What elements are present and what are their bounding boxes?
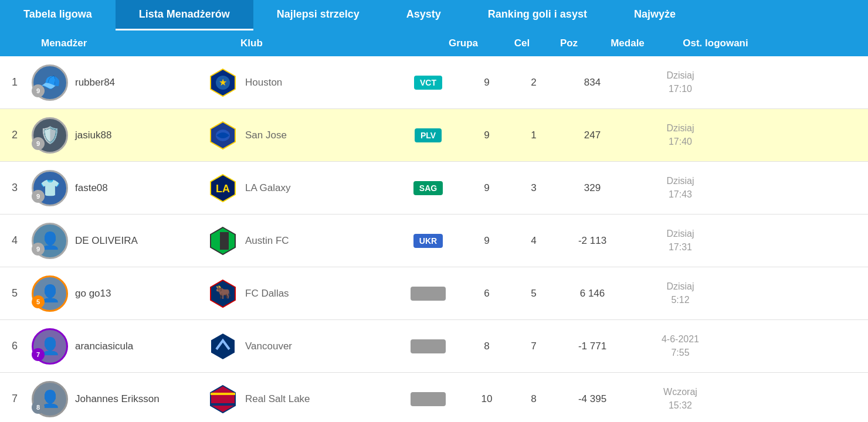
- cel-cell: 10: [463, 393, 510, 405]
- medale-cell: -1 771: [557, 341, 628, 352]
- header-klub: Klub: [229, 38, 428, 49]
- table-row[interactable]: 1 🧢 9 rubber84 ★ Houston VCT 9 2 834 Dzi…: [0, 56, 868, 109]
- grupa-badge: SAG: [413, 181, 443, 195]
- last-login-cell: Dzisiaj17:43: [628, 175, 733, 201]
- grupa-cell: UKR: [393, 234, 463, 248]
- last-login-cell: Dzisiaj17:40: [628, 122, 733, 148]
- medale-cell: 834: [557, 77, 628, 89]
- avatar-cell: 👤 8: [29, 381, 70, 417]
- table-row[interactable]: 7 👤 8 Johannes Eriksson Real Salt Lake 1…: [0, 373, 868, 422]
- club-logo: [205, 384, 240, 414]
- level-badge: 9: [32, 190, 45, 203]
- header-grupa: Grupa: [428, 38, 499, 49]
- svg-rect-9: [211, 403, 235, 406]
- medale-cell: -2 113: [557, 235, 628, 247]
- last-login-cell: Dzisiaj5:12: [628, 280, 733, 307]
- grupa-cell: VCT: [393, 76, 463, 90]
- club-name: Real Salt Lake: [240, 393, 393, 405]
- table-row[interactable]: 2 🛡️ 9 jasiuk88 San Jose PLV 9 1 247 Dzi…: [0, 109, 868, 162]
- club-logo: 🐂: [205, 279, 240, 308]
- avatar-cell: 🛡️ 9: [29, 117, 70, 154]
- cel-cell: 8: [463, 341, 510, 352]
- last-login-cell: Wczoraj15:32: [628, 386, 733, 412]
- manager-name: rubber84: [70, 77, 199, 89]
- table-body: 1 🧢 9 rubber84 ★ Houston VCT 9 2 834 Dzi…: [0, 56, 868, 422]
- grupa-cell: SAG: [393, 181, 463, 195]
- header-cel: Cel: [499, 38, 545, 49]
- rank-cell: 6: [0, 340, 29, 352]
- level-badge: 5: [32, 295, 45, 308]
- column-headers: Menadżer Klub Grupa Cel Poz Medale Ost. …: [0, 30, 868, 56]
- club-name: FC Dallas: [240, 288, 393, 300]
- club-name: LA Galaxy: [240, 182, 393, 194]
- cel-cell: 9: [463, 182, 510, 194]
- manager-name: aranciasicula: [70, 341, 199, 352]
- last-login-cell: Dzisiaj17:10: [628, 69, 733, 96]
- rank-cell: 7: [0, 393, 29, 405]
- club-logo: [205, 332, 240, 361]
- grupa-cell: PLV: [393, 128, 463, 142]
- tab-ranking-goli[interactable]: Ranking goli i asyst: [464, 0, 611, 30]
- table-row[interactable]: 5 👤 5 go go13 🐂 FC Dallas 6 5 6 146 Dzis…: [0, 267, 868, 320]
- avatar-cell: 🧢 9: [29, 64, 70, 101]
- club-logo: [205, 226, 240, 256]
- header-medale: Medale: [592, 38, 663, 49]
- level-badge: 7: [32, 348, 45, 361]
- tab-najlepsi-strzelcy[interactable]: Najlepsi strzelcy: [253, 0, 383, 30]
- level-badge: 9: [32, 84, 45, 97]
- svg-rect-4: [220, 232, 223, 250]
- svg-rect-8: [211, 393, 235, 395]
- poz-cell: 4: [510, 235, 557, 247]
- manager-name: go go13: [70, 288, 199, 300]
- tab-lista-menedzerow[interactable]: Lista Menadżerów: [116, 0, 253, 30]
- svg-text:★: ★: [219, 77, 227, 87]
- medale-cell: 247: [557, 130, 628, 141]
- rank-cell: 4: [0, 234, 29, 247]
- rank-cell: 1: [0, 76, 29, 89]
- poz-cell: 5: [510, 288, 557, 300]
- medale-cell: 329: [557, 182, 628, 194]
- level-badge: 9: [32, 243, 45, 256]
- avatar-cell: 👤 5: [29, 275, 70, 312]
- table-row[interactable]: 6 👤 7 aranciasicula Vancouver 8 7 -1 771…: [0, 320, 868, 373]
- poz-cell: 8: [510, 393, 557, 405]
- header-poz: Poz: [545, 38, 592, 49]
- svg-text:LA: LA: [216, 183, 230, 195]
- cel-cell: 9: [463, 235, 510, 247]
- club-logo: LA: [205, 173, 240, 203]
- club-name: Vancouver: [240, 341, 393, 352]
- medale-cell: 6 146: [557, 288, 628, 300]
- grupa-badge: PLV: [415, 128, 442, 142]
- tab-najwyze[interactable]: Najwyże: [611, 0, 699, 30]
- table-row[interactable]: 3 👕 9 faste08 LA LA Galaxy SAG 9 3 329 D…: [0, 162, 868, 215]
- grupa-badge: VCT: [414, 76, 442, 90]
- medale-cell: -4 395: [557, 393, 628, 405]
- last-login-cell: 4-6-20217:55: [628, 333, 733, 359]
- grupa-cell: [393, 339, 463, 353]
- svg-text:🐂: 🐂: [215, 284, 232, 300]
- tab-tabela-ligowa[interactable]: Tabela ligowa: [0, 0, 116, 30]
- club-name: Houston: [240, 77, 393, 89]
- grupa-badge: UKR: [413, 234, 443, 248]
- header-ost-logowania: Ost. logowani: [663, 38, 768, 49]
- table-row[interactable]: 4 👤 9 DE OLIVEIRA Austin FC UKR 9 4 -2 1…: [0, 215, 868, 267]
- poz-cell: 7: [510, 341, 557, 352]
- avatar-cell: 👕 9: [29, 170, 70, 206]
- poz-cell: 1: [510, 130, 557, 141]
- svg-rect-5: [223, 232, 226, 250]
- cel-cell: 9: [463, 130, 510, 141]
- grupa-cell: [393, 392, 463, 406]
- club-logo: ★: [205, 68, 240, 97]
- poz-cell: 2: [510, 77, 557, 89]
- header-menadzer: Menadżer: [29, 38, 229, 49]
- tab-asysty[interactable]: Asysty: [383, 0, 464, 30]
- level-badge: 8: [32, 401, 45, 414]
- last-login-cell: Dzisiaj17:31: [628, 227, 733, 254]
- cel-cell: 9: [463, 77, 510, 89]
- manager-name: jasiuk88: [70, 130, 199, 141]
- avatar-cell: 👤 9: [29, 223, 70, 259]
- avatar-cell: 👤 7: [29, 328, 70, 365]
- club-name: San Jose: [240, 130, 393, 141]
- manager-name: faste08: [70, 182, 199, 194]
- poz-cell: 3: [510, 182, 557, 194]
